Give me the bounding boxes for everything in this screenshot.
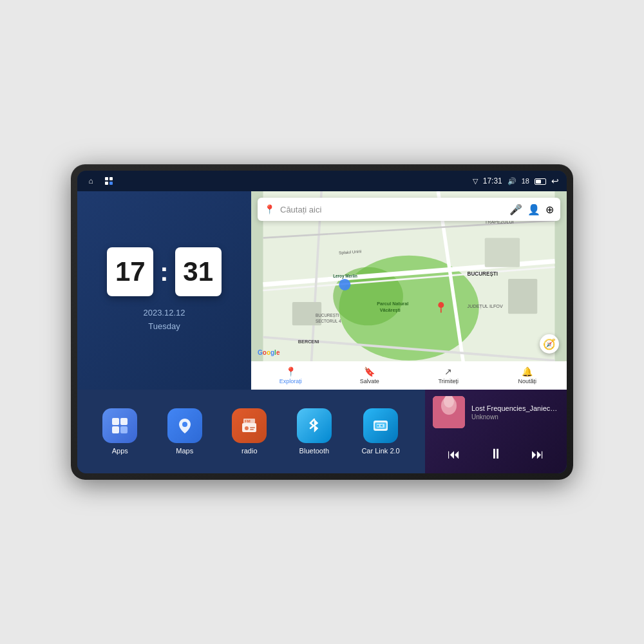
- svg-text:FM: FM: [245, 419, 251, 423]
- status-left: ⌂: [85, 175, 115, 187]
- explore-icon: 📍: [285, 366, 296, 377]
- top-section: 17 : 31 2023.12.12 Tuesday: [77, 191, 567, 390]
- volume-level: 18: [522, 177, 529, 185]
- volume-icon: 🔊: [507, 177, 516, 185]
- music-info: Lost Frequencies_Janieck Devy-... Unknow…: [433, 396, 559, 428]
- svg-rect-39: [250, 429, 254, 430]
- device-screen: ⌂ ▽ 17:31 🔊 18 ↩: [77, 171, 567, 473]
- svg-point-37: [245, 426, 249, 430]
- carlink-icon: [363, 408, 398, 443]
- clock-display: 17 : 31: [107, 247, 221, 296]
- svg-point-24: [339, 279, 350, 290]
- bottom-section: Apps Maps: [77, 390, 567, 473]
- svg-rect-1: [109, 177, 113, 180]
- music-panel: Lost Frequencies_Janieck Devy-... Unknow…: [425, 390, 567, 473]
- radio-label: radio: [242, 447, 257, 455]
- map-search-bar[interactable]: 📍 Căutați aici 🎤 👤 ⊕: [258, 198, 560, 221]
- voice-search-icon[interactable]: 🎤: [509, 204, 522, 216]
- battery-icon: [535, 177, 546, 185]
- share-label: Trimiteți: [438, 378, 459, 384]
- maps-indicator-icon[interactable]: [103, 175, 115, 187]
- clock-date: 2023.12.12 Tuesday: [143, 307, 185, 334]
- svg-rect-31: [112, 426, 119, 433]
- svg-text:Parcul Natural: Parcul Natural: [377, 301, 408, 307]
- svg-point-27: [438, 302, 444, 308]
- svg-text:JUDEȚUL ILFOV: JUDEȚUL ILFOV: [468, 303, 503, 309]
- svg-rect-29: [112, 418, 119, 425]
- music-artist: Unknown: [471, 413, 559, 421]
- svg-text:Leroy Merlin: Leroy Merlin: [333, 274, 357, 279]
- map-nav-saved[interactable]: 🔖 Salvate: [330, 364, 410, 387]
- svg-rect-3: [109, 182, 113, 185]
- home-icon[interactable]: ⌂: [85, 175, 97, 187]
- maps-icon: [167, 408, 202, 443]
- music-next-button[interactable]: ⏭: [527, 444, 548, 464]
- clock-colon: :: [158, 247, 169, 296]
- saved-label: Salvate: [360, 378, 379, 384]
- music-album-art: [433, 396, 465, 428]
- map-nav-share[interactable]: ↗ Trimiteți: [409, 364, 488, 387]
- svg-text:BUCUREȘTI: BUCUREȘTI: [316, 313, 339, 318]
- share-icon: ↗: [444, 366, 452, 377]
- bluetooth-label: Bluetooth: [299, 447, 329, 455]
- svg-rect-15: [508, 279, 537, 314]
- app-item-bluetooth[interactable]: Bluetooth: [297, 408, 332, 455]
- clock-minutes: 31: [175, 247, 222, 296]
- explore-label: Explorați: [279, 378, 302, 384]
- google-logo: Google: [258, 349, 279, 356]
- svg-rect-2: [105, 182, 108, 185]
- app-item-apps[interactable]: Apps: [102, 408, 137, 455]
- clock-hours: 17: [107, 247, 153, 296]
- map-nav-bar: 📍 Explorați 🔖 Salvate ↗ Trimiteți 🔔: [251, 361, 567, 390]
- app-item-maps[interactable]: Maps: [167, 408, 202, 455]
- layers-icon[interactable]: ⊕: [545, 204, 554, 216]
- saved-icon: 🔖: [364, 366, 375, 377]
- apps-label: Apps: [112, 447, 128, 455]
- svg-text:SECTORUL 4: SECTORUL 4: [316, 319, 341, 323]
- carlink-label: Car Link 2.0: [361, 447, 399, 455]
- svg-rect-38: [250, 427, 255, 428]
- news-icon: 🔔: [522, 366, 533, 377]
- back-icon[interactable]: ↩: [551, 176, 559, 186]
- app-item-carlink[interactable]: Car Link 2.0: [361, 408, 399, 455]
- svg-rect-30: [120, 418, 128, 425]
- album-art-image: [433, 396, 465, 428]
- main-content: 17 : 31 2023.12.12 Tuesday: [77, 191, 567, 473]
- svg-rect-32: [120, 426, 128, 433]
- car-head-unit: ⌂ ▽ 17:31 🔊 18 ↩: [71, 164, 573, 480]
- map-compass-button[interactable]: 🧭: [540, 334, 559, 354]
- status-right: ▽ 17:31 🔊 18 ↩: [473, 176, 559, 186]
- svg-point-43: [377, 425, 379, 427]
- map-search-placeholder[interactable]: Căutați aici: [280, 205, 504, 214]
- map-panel[interactable]: BUCUREȘTI JUDEȚUL ILFOV BERCENI TRAPEZUL…: [251, 191, 567, 390]
- apps-icon: [102, 408, 137, 443]
- svg-rect-14: [485, 238, 520, 267]
- svg-text:BERCENI: BERCENI: [298, 339, 319, 345]
- map-search-actions: 🎤 👤 ⊕: [509, 204, 554, 216]
- apps-section: Apps Maps: [77, 390, 425, 473]
- signal-icon: ▽: [473, 177, 478, 185]
- maps-label: Maps: [176, 447, 193, 455]
- clock-panel: 17 : 31 2023.12.12 Tuesday: [77, 191, 251, 390]
- news-label: Noutăți: [518, 378, 536, 384]
- svg-rect-0: [105, 177, 108, 180]
- bluetooth-icon: [297, 408, 332, 443]
- svg-text:BUCUREȘTI: BUCUREȘTI: [468, 271, 498, 277]
- app-item-radio[interactable]: FM radio: [232, 408, 267, 455]
- radio-icon: FM: [232, 408, 267, 443]
- svg-text:Văcărești: Văcărești: [380, 307, 401, 313]
- music-title: Lost Frequencies_Janieck Devy-...: [471, 404, 559, 412]
- music-controls: ⏮ ⏸ ⏭: [433, 441, 559, 467]
- map-nav-news[interactable]: 🔔 Noutăți: [488, 364, 567, 387]
- music-text: Lost Frequencies_Janieck Devy-... Unknow…: [471, 404, 559, 421]
- music-prev-button[interactable]: ⏮: [444, 444, 464, 464]
- map-pin-icon: 📍: [264, 204, 275, 214]
- map-nav-explore[interactable]: 📍 Explorați: [251, 364, 330, 387]
- music-play-pause-button[interactable]: ⏸: [486, 444, 506, 464]
- status-bar: ⌂ ▽ 17:31 🔊 18 ↩: [77, 171, 567, 191]
- account-icon[interactable]: 👤: [527, 204, 540, 216]
- svg-point-33: [182, 422, 187, 427]
- status-time: 17:31: [483, 176, 502, 185]
